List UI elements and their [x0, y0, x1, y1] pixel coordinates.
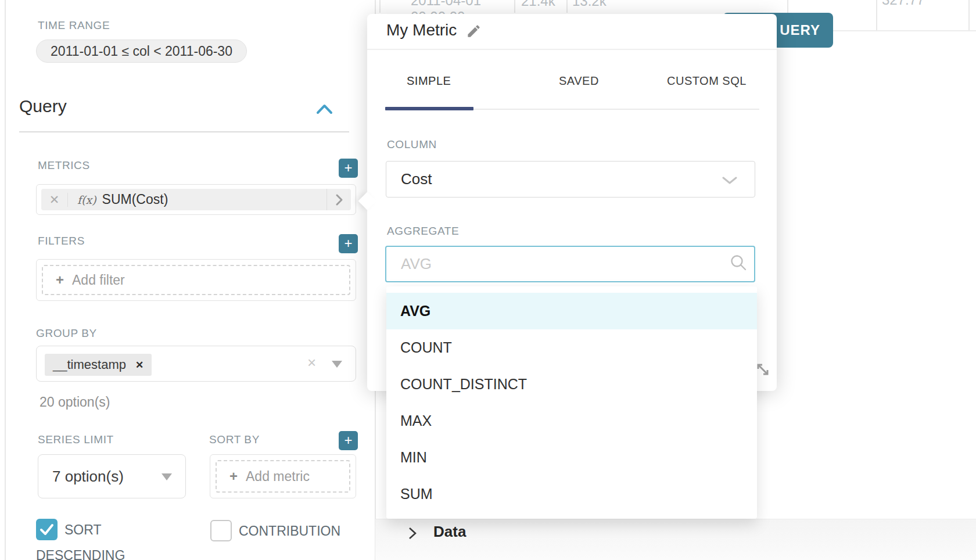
- group-by-options-hint: 20 option(s): [40, 394, 110, 410]
- edit-pencil-icon[interactable]: [466, 23, 482, 39]
- function-icon: f(x): [77, 193, 96, 206]
- table-gridline: [514, 0, 515, 13]
- remove-tag-icon[interactable]: ✕: [135, 359, 143, 371]
- contribution-checkbox[interactable]: [210, 520, 232, 541]
- group-by-label: GROUP BY: [36, 327, 97, 340]
- popover-arrow: [358, 192, 376, 210]
- time-range-pill[interactable]: 2011-01-01 ≤ col < 2011-06-30: [36, 40, 247, 63]
- column-value: Cost: [401, 170, 432, 188]
- aggregate-input[interactable]: [385, 246, 755, 282]
- table-gridline: [379, 0, 381, 13]
- table-gridline: [566, 0, 568, 13]
- data-panel-title[interactable]: Data: [433, 523, 466, 541]
- group-by-tag-label: __timestamp: [53, 357, 126, 372]
- filters-label: FILTERS: [38, 235, 85, 247]
- column-label: COLUMN: [387, 138, 437, 151]
- chevron-down-icon[interactable]: [332, 361, 342, 368]
- query-section-title: Query: [19, 96, 67, 116]
- series-limit-value: 7 option(s): [52, 468, 124, 486]
- add-filter-label: Add filter: [72, 272, 125, 288]
- table-gridline: [968, 0, 970, 31]
- tab-saved[interactable]: SAVED: [559, 74, 599, 88]
- series-limit-label: SERIES LIMIT: [38, 433, 114, 446]
- table-cell-value: 13.2k: [572, 0, 607, 9]
- add-sort-metric-button[interactable]: + Add metric: [216, 460, 350, 493]
- sort-descending-checkbox[interactable]: [36, 519, 58, 540]
- table-cell-date: 2011-04-01: [411, 0, 481, 9]
- tab-simple[interactable]: SIMPLE: [407, 74, 451, 88]
- add-sort-metric-plus-button[interactable]: +: [339, 431, 358, 450]
- metric-container: ✕ f(x) SUM(Cost): [36, 184, 356, 215]
- contribution-control: CONTRIBUTION: [210, 518, 373, 544]
- series-limit-select[interactable]: 7 option(s): [38, 454, 186, 498]
- resize-handle-icon[interactable]: [753, 360, 772, 379]
- active-tab-underline: [385, 107, 473, 110]
- divider: [367, 49, 777, 50]
- sort-by-label: SORT BY: [209, 433, 260, 446]
- add-sort-metric-label: Add metric: [246, 469, 310, 484]
- remove-metric-icon[interactable]: ✕: [41, 193, 68, 207]
- plus-icon: +: [229, 468, 238, 484]
- chevron-right-icon[interactable]: [407, 526, 418, 541]
- group-by-select[interactable]: __timestamp ✕ ×: [36, 346, 356, 382]
- option-min[interactable]: MIN: [386, 439, 757, 476]
- aggregate-dropdown: AVG COUNT COUNT_DISTINCT MAX MIN SUM: [386, 286, 757, 519]
- table-cell-value: 327.77: [882, 0, 924, 8]
- popover-title: My Metric: [386, 21, 457, 40]
- option-count-distinct[interactable]: COUNT_DISTINCT: [386, 366, 757, 403]
- group-by-tag[interactable]: __timestamp ✕: [45, 354, 152, 376]
- chevron-down-icon: [722, 177, 737, 185]
- add-filter-plus-button[interactable]: +: [339, 234, 358, 253]
- option-max[interactable]: MAX: [386, 403, 757, 439]
- time-range-label: TIME RANGE: [38, 19, 110, 32]
- add-filter-button[interactable]: + Add filter: [42, 265, 350, 295]
- clear-select-icon[interactable]: ×: [307, 354, 316, 372]
- search-icon: [730, 254, 747, 271]
- metric-expand-icon[interactable]: [326, 189, 351, 210]
- metric-name: SUM(Cost): [102, 192, 168, 207]
- metric-option[interactable]: ✕ f(x) SUM(Cost): [41, 189, 351, 210]
- collapse-chevron-icon[interactable]: [316, 103, 333, 116]
- plus-icon: +: [56, 272, 64, 288]
- table-gridline: [876, 0, 877, 31]
- aggregate-label: AGGREGATE: [387, 225, 459, 238]
- option-avg[interactable]: AVG: [386, 293, 757, 329]
- divider: [19, 131, 349, 132]
- sort-descending-control: SORT DESCENDING: [36, 517, 158, 560]
- contribution-label: CONTRIBUTION: [239, 523, 340, 539]
- add-metric-plus-button[interactable]: +: [339, 159, 358, 178]
- column-select[interactable]: Cost: [386, 161, 755, 198]
- tab-custom-sql[interactable]: CUSTOM SQL: [667, 74, 747, 88]
- option-sum[interactable]: SUM: [386, 476, 757, 512]
- window-left-border: [5, 0, 6, 560]
- table-cell-value: 21.4k: [521, 0, 555, 9]
- chevron-down-icon[interactable]: [162, 473, 172, 480]
- option-count[interactable]: COUNT: [386, 329, 757, 366]
- metrics-label: METRICS: [38, 159, 90, 172]
